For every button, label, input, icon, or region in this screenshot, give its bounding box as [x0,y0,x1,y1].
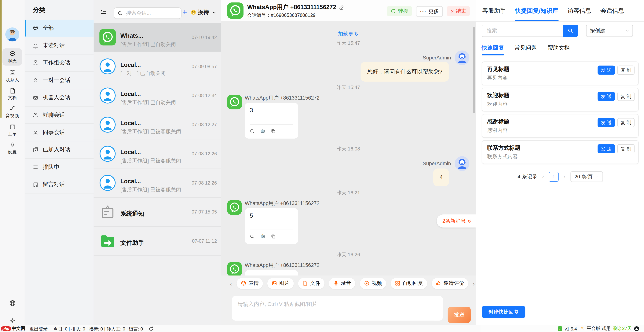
create-quick-reply-button[interactable]: 创建快捷回复 [482,306,526,318]
quick-reply-title: 联系方式标题 [487,144,520,152]
quick-reply-card[interactable]: 联系方式标题 联系方式内容 发 送 复 制 [482,140,639,164]
send-quick-reply-button[interactable]: 发 送 [598,92,615,101]
category-item-workgroup[interactable]: 工作组会话 [25,54,94,72]
toolbar-file-button[interactable]: 文件 [298,278,324,289]
rail-item-tickets[interactable]: 工单 [2,121,22,139]
tab-quick-replies[interactable]: 快速回复 [482,44,504,55]
conversation-search[interactable] [114,7,182,19]
tab-visitor-info[interactable]: 访客信息 [568,7,591,14]
quick-reply-card[interactable]: 欢迎标题 欢迎内容 发 送 复 制 [482,88,639,112]
new-conversation-button[interactable]: + [180,7,190,18]
tabs-overflow-button[interactable]: ··· [630,0,644,21]
robot-reply-button[interactable] [260,128,265,134]
settings-bottom-button[interactable] [0,317,25,324]
toolbar-video-button[interactable]: 视频 [360,278,386,289]
copy-message-button[interactable] [270,129,276,134]
tab-session-info[interactable]: 会话信息 [600,7,624,14]
transfer-button[interactable]: 转接 [387,6,412,16]
conversation-list: + 接待 [94,0,222,325]
rail-item-chat[interactable]: 聊天 [2,48,22,66]
category-item-unread[interactable]: 未读对话 [25,37,94,54]
conversation-item-filehelper[interactable]: 文件助手 07-07 11:12 [94,227,221,256]
language-globe-button[interactable] [0,299,25,307]
conversation-item[interactable]: Local... [售后工作组] 已被客服关闭 07-08 12:26 [94,168,221,198]
toolbar-autoreply-button[interactable]: 自动回复 [391,278,427,289]
rail-item-docs[interactable]: 文档 [2,85,22,102]
rail-item-av[interactable]: 音视频 [2,103,22,121]
kb-search-box[interactable] [482,25,563,37]
toolbar-label: 视频 [372,280,382,287]
message-input-box[interactable] [232,296,443,321]
trial-remaining: 剩余27天 [613,326,632,332]
conversation-time: 07-07 15:05 [192,209,217,214]
kb-search-input[interactable] [486,27,553,34]
user-avatar[interactable] [5,27,19,41]
category-item-group[interactable]: 群聊会话 [25,107,94,124]
toolbar-review-button[interactable]: 邀请评价 [432,278,468,289]
sort-dropdown[interactable]: 按创建... [586,25,633,37]
message-history[interactable]: 加载更多 昨天 15:47 SuperAdmin [221,21,476,276]
reception-status-dropdown[interactable]: 接待 [190,7,216,18]
copy-quick-reply-button[interactable]: 复 制 [617,118,634,127]
conversation-search-input[interactable] [125,10,172,16]
tab-quick-reply-kb[interactable]: 快捷回复/知识库 [515,7,558,14]
more-button[interactable]: ··· 更多 [416,6,443,17]
current-page[interactable]: 1 [549,172,559,181]
category-label: 排队中 [43,164,59,171]
category-item-robot[interactable]: 机器人会话 [25,89,94,107]
refresh-button[interactable] [149,326,154,331]
rail-item-label: 音视频 [6,113,19,119]
whatsapp-avatar [99,29,116,46]
conversation-item[interactable]: Local... [售后工作组] 已自动关闭 07-08 12:34 [94,81,221,110]
category-item-colleague[interactable]: 同事会话 [25,124,94,141]
page-size-dropdown[interactable]: 20 条/页 [570,171,603,182]
collapse-list-button[interactable] [100,8,107,14]
copy-message-button[interactable] [270,234,276,239]
send-quick-reply-button[interactable]: 发 送 [598,144,615,153]
new-messages-pill[interactable]: 2条新消息 [436,214,476,227]
conversation-item-system[interactable]: 系统通知 07-07 15:05 [94,198,221,227]
quick-reply-card[interactable]: 再见标题 再见内容 发 送 复 制 [482,61,639,85]
conversation-item[interactable]: Local... [售后工作组] 已被客服关闭 07-08 12:27 [94,110,221,140]
translate-search-button[interactable] [250,234,255,239]
tab-faq[interactable]: 常见问题 [515,44,537,55]
translate-search-button[interactable] [250,129,255,134]
category-item-one2one[interactable]: 一对一会话 [25,72,94,89]
prev-page-button[interactable]: ‹ [542,173,544,180]
end-session-button[interactable]: × 结束 [447,6,470,16]
logout-link[interactable]: 退出登录 [30,326,48,332]
category-item-message[interactable]: 留言对话 [25,176,94,193]
toolbar-scroll-right[interactable]: › [473,280,475,287]
next-page-button[interactable]: › [564,173,565,180]
rail-item-contacts[interactable]: 联系人 [2,67,22,84]
conversation-item[interactable]: Local... [一对一] 已自动关闭 07-09 08:57 [94,52,221,81]
toolbar-image-button[interactable]: 图片 [268,278,294,289]
load-more-link[interactable]: 加载更多 [338,31,358,38]
copy-quick-reply-button[interactable]: 复 制 [617,92,634,101]
send-quick-reply-button[interactable]: 发 送 [598,118,615,127]
chat-scrollbar-thumb[interactable] [473,27,475,113]
edit-title-button[interactable] [339,4,344,10]
send-quick-reply-button[interactable]: 发 送 [598,66,615,75]
tab-help-docs[interactable]: 帮助文档 [548,44,570,55]
toolbar-voice-button[interactable]: 录音 [329,278,356,289]
conversation-item[interactable]: Local... [售后工作组] 已被客服关闭 07-08 12:26 [94,139,221,168]
rail-item-settings[interactable]: 设置 [2,139,22,157]
tab-assistant[interactable]: 客服助手 [482,7,506,14]
robot-reply-button[interactable] [260,234,265,239]
kb-search-button[interactable] [563,25,578,37]
github-icon[interactable] [634,326,639,331]
quick-reply-card[interactable]: 感谢标题 感谢内容 发 送 复 制 [482,114,639,138]
category-item-queue[interactable]: 排队中 [25,159,94,176]
toolbar-scroll-left[interactable]: ‹ [230,280,232,287]
agent-avatar [455,156,470,171]
category-item-joined[interactable]: 已加入对话 [25,141,94,159]
copy-quick-reply-button[interactable]: 复 制 [617,144,634,153]
category-item-all[interactable]: 全部 [25,20,94,37]
toolbar-emoji-button[interactable]: 表情 [237,278,263,289]
send-button[interactable]: 发送 [448,307,471,323]
pencil-icon [339,4,344,10]
conversation-item[interactable]: Whats... [售后工作组] 已自动关闭 07-10 19:42 [94,23,221,52]
copy-quick-reply-button[interactable]: 复 制 [617,66,634,75]
message-input[interactable] [232,296,443,321]
